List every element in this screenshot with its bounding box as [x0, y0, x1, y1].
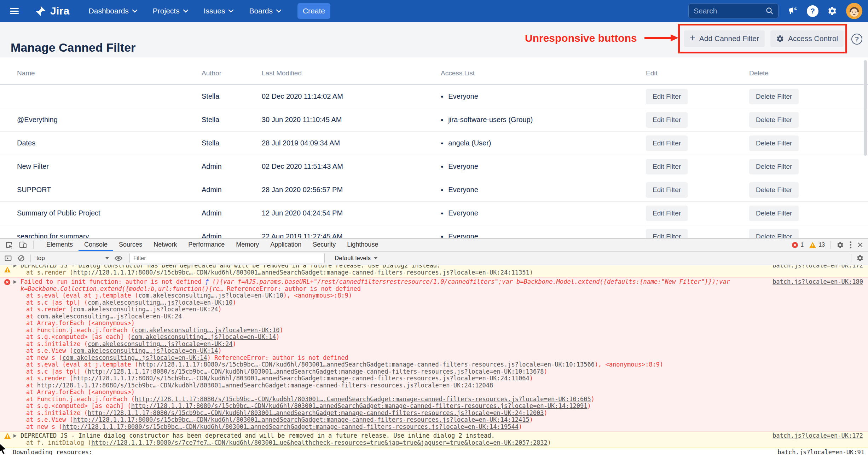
delete-filter-button[interactable]: Delete Filter	[749, 159, 799, 174]
status-text: Downloading resources:	[13, 449, 92, 455]
edit-filter-button[interactable]: Edit Filter	[646, 89, 688, 104]
console-settings-icon[interactable]	[856, 254, 864, 262]
nav-menu-dashboards[interactable]: Dashboards	[89, 7, 137, 15]
console-line: at s.initialize (com.akelesconsulting….j…	[0, 341, 865, 348]
console-text: DEPRECATED JS - Dialog constructor has b…	[21, 265, 440, 269]
help-icon[interactable]: ?	[807, 5, 818, 17]
console-source-link[interactable]: http://128.1.1.17:8080/s/15cb9bc…-CDN/ku…	[73, 375, 530, 382]
nav-menu-boards[interactable]: Boards	[249, 7, 281, 15]
console-text: )	[587, 402, 591, 409]
console-source-link[interactable]: com.akelesconsulting….js?locale=en-UK:24	[88, 340, 232, 347]
delete-filter-button[interactable]: Delete Filter	[749, 136, 799, 151]
console-source-link[interactable]: com.akelesconsulting….js?locale=en-UK:10	[138, 292, 283, 299]
devtools-settings-icon[interactable]	[837, 241, 844, 249]
tab-security[interactable]: Security	[307, 238, 341, 251]
edit-filter-button[interactable]: Edit Filter	[646, 136, 688, 151]
error-count-badge[interactable]: 1	[792, 242, 804, 248]
console-source-link[interactable]: com.akelesconsulting….js?locale=en-UK:14	[62, 354, 207, 361]
delete-filter-button[interactable]: Delete Filter	[749, 89, 799, 104]
console-source-link[interactable]: com.akelesconsulting….js?locale=en-UK:14	[73, 347, 218, 354]
access-control-button[interactable]: Access Control	[770, 30, 844, 47]
console-filter-input[interactable]	[129, 253, 325, 263]
create-button[interactable]: Create	[297, 3, 330, 19]
console-source-link[interactable]: com.akelesconsulting….js?locale=en-UK:14	[131, 333, 276, 340]
chevron-down-icon	[228, 10, 233, 13]
log-levels-dropdown[interactable]: Default levels	[335, 255, 377, 262]
console-source-link[interactable]: com.akelesconsulting….js?locale=en-UK:10	[135, 327, 279, 334]
inspect-element-icon[interactable]	[5, 241, 13, 249]
delete-filter-button[interactable]: Delete Filter	[749, 229, 799, 238]
nav-menu-issues[interactable]: Issues	[204, 7, 234, 15]
console-text: at s.e.View (	[26, 416, 73, 423]
tab-elements[interactable]: Elements	[41, 238, 79, 251]
console-line: Failed to run init function: author is n…	[0, 278, 865, 292]
tab-lighthouse[interactable]: Lighthouse	[341, 238, 384, 251]
delete-filter-button[interactable]: Delete Filter	[749, 206, 799, 221]
tab-application[interactable]: Application	[265, 238, 307, 251]
console-line: at Array.forEach (<anonymous>)	[0, 389, 865, 396]
mouse-cursor	[0, 442, 8, 454]
edit-filter-button[interactable]: Edit Filter	[646, 159, 688, 174]
delete-filter-button[interactable]: Delete Filter	[749, 112, 799, 128]
edit-filter-button[interactable]: Edit Filter	[646, 182, 688, 198]
console-text: at s.g.<computed> [as each] (	[26, 333, 131, 340]
console-source-link[interactable]: http://128.1.1.17:8080/s/7ce7fe7…-CDN/ku…	[91, 439, 548, 446]
device-toolbar-icon[interactable]	[19, 241, 27, 249]
tab-console[interactable]: Console	[79, 238, 113, 251]
console-sidebar-icon[interactable]	[4, 254, 12, 262]
page-header: Manage Canned Filter Unresponsive button…	[0, 22, 868, 57]
console-line: at s.c [as tpl] (com.akelesconsulting….j…	[0, 299, 865, 306]
expand-caret-icon[interactable]	[13, 434, 17, 438]
tab-network[interactable]: Network	[148, 238, 183, 251]
page-help-icon[interactable]: ?	[851, 34, 862, 45]
console-source-link[interactable]: http://128.1.1.17:8080/s/15cb9bc…-CDN/ku…	[73, 269, 530, 276]
search-input[interactable]	[693, 6, 765, 16]
tab-memory[interactable]: Memory	[230, 238, 265, 251]
console-source-link[interactable]: http://128.1.1.17:8080/s/15cb9bc…-CDN/ku…	[135, 396, 591, 403]
page-scrollbar[interactable]	[864, 60, 867, 156]
console-text: )	[544, 409, 548, 416]
expand-caret-icon[interactable]	[13, 265, 17, 267]
gear-icon[interactable]	[827, 6, 837, 16]
close-icon[interactable]	[857, 242, 863, 248]
console-source-link[interactable]: http://128.1.1.17:8080/s/15cb9bc…-CDN/ku…	[88, 368, 544, 375]
nav-menu-projects[interactable]: Projects	[153, 7, 188, 15]
eye-icon[interactable]	[115, 255, 122, 261]
expand-caret-icon[interactable]	[13, 280, 17, 284]
kebab-menu-icon[interactable]	[850, 241, 852, 249]
console-source-link[interactable]: http://128.1.1.17:8080/s/15cb9bc…-CDN/ku…	[37, 382, 493, 389]
console-source-link[interactable]: http://128.1.1.17:8080/s/15cb9bc…-CDN/ku…	[88, 409, 544, 416]
console-source-link[interactable]: http://128.1.1.17:8080/s/15cb9bc…-CDN/ku…	[62, 423, 519, 430]
jira-logo[interactable]: Jira	[34, 5, 70, 17]
devtools-tabs: ElementsConsoleSourcesNetworkPerformance…	[41, 238, 384, 251]
context-selector[interactable]: top	[36, 255, 109, 262]
console-text: at s.render (	[26, 269, 73, 276]
avatar[interactable]	[846, 3, 862, 19]
edit-filter-button[interactable]: Edit Filter	[646, 229, 688, 238]
search-box[interactable]	[688, 4, 779, 18]
add-canned-filter-button[interactable]: + Add Canned Filter	[684, 30, 765, 47]
console-source-link[interactable]: http://128.1.1.17:8080/s/15cb9bc…-CDN/ku…	[73, 416, 530, 423]
console-text: at	[26, 382, 37, 389]
edit-filter-button[interactable]: Edit Filter	[646, 206, 688, 221]
console-source-link[interactable]: com.akelesconsulting….js?locale=en-UK:24	[37, 313, 182, 320]
devtools-right-icons: 1 13	[792, 238, 868, 251]
console-line: at Function.j.each.j.forEach (http://128…	[0, 396, 865, 403]
tab-sources[interactable]: Sources	[113, 238, 148, 251]
console-source-link[interactable]: http://128.1.1.17:8080/s/15cb9bc…-CDN/ku…	[138, 361, 595, 368]
console-source-link[interactable]: http://128.1.1.17:8080/s/15cb9bc…-CDN/ku…	[131, 402, 588, 409]
name-cell: New Filter	[17, 162, 202, 171]
clear-console-icon[interactable]	[18, 255, 25, 262]
tab-performance[interactable]: Performance	[183, 238, 230, 251]
console-line: at s.initialize (http://128.1.1.17:8080/…	[0, 410, 865, 417]
chevron-down-icon	[276, 10, 281, 13]
bullet-icon: •	[441, 209, 443, 217]
warning-count-badge[interactable]: 13	[809, 242, 825, 248]
delete-filter-button[interactable]: Delete Filter	[749, 182, 799, 198]
console-source-link[interactable]: com.akelesconsulting….js?locale=en-UK:24	[73, 306, 218, 313]
megaphone-icon[interactable]	[787, 6, 798, 16]
console-text: )	[279, 327, 283, 334]
hamburger-menu-icon[interactable]	[10, 8, 19, 14]
console-source-link[interactable]: com.akelesconsulting….js?locale=en-UK:10	[88, 299, 232, 306]
edit-filter-button[interactable]: Edit Filter	[646, 112, 688, 128]
